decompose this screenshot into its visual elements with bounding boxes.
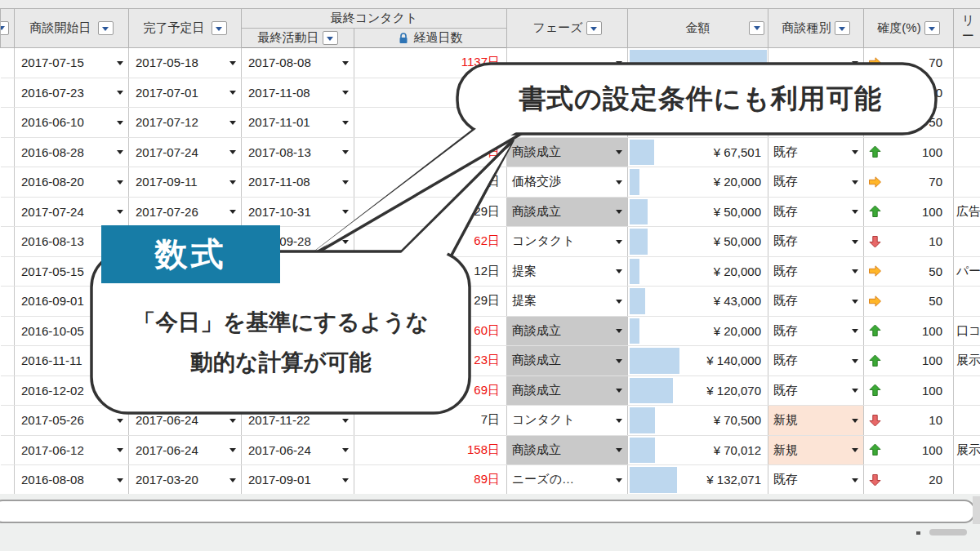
cell-amount[interactable]: ¥ 20,000 <box>628 316 768 346</box>
cell-lead-source[interactable]: 広告 <box>954 197 980 227</box>
cell-phase[interactable]: ニーズの… <box>507 465 628 495</box>
cell-last-activity[interactable]: 2017-11-22 <box>242 406 354 436</box>
cell-due-date[interactable]: 2017-07-26 <box>129 197 242 227</box>
filter-button[interactable] <box>586 21 602 35</box>
dropdown-arrow-icon[interactable] <box>616 419 622 426</box>
cell-deal-type[interactable]: 既存 <box>768 256 864 287</box>
cell-probability[interactable]: 100 <box>864 316 954 346</box>
cell-start-date[interactable]: 2016-06-10 <box>15 108 129 138</box>
cell-amount[interactable]: ¥ 43,000 <box>628 287 768 317</box>
resize-handle[interactable] <box>929 529 967 535</box>
cell-amount[interactable]: ¥ 20,000 <box>628 256 768 287</box>
cell-lead-source[interactable] <box>954 375 980 406</box>
dropdown-arrow-icon[interactable] <box>616 448 622 455</box>
cell-amount[interactable]: ¥ 120,070 <box>628 375 768 406</box>
cell-due-date[interactable]: 2017-07-24 <box>129 137 242 167</box>
vertical-scrollbar-stub[interactable] <box>973 496 980 524</box>
cell-deal-type[interactable]: 既存 <box>768 375 864 406</box>
dropdown-arrow-icon[interactable] <box>342 210 349 217</box>
cell-start-date[interactable]: 2017-06-12 <box>15 435 129 465</box>
dropdown-arrow-icon[interactable] <box>342 240 349 247</box>
cell-probability[interactable]: 10 <box>864 227 954 257</box>
cell-deal-type[interactable]: 新規 <box>768 406 864 436</box>
dropdown-arrow-icon[interactable] <box>616 478 622 486</box>
dropdown-arrow-icon[interactable] <box>852 150 858 158</box>
cell-last-activity[interactable]: 2017-06-24 <box>242 435 354 465</box>
dropdown-arrow-icon[interactable] <box>117 389 123 396</box>
dropdown-arrow-icon[interactable] <box>117 61 123 69</box>
dropdown-arrow-icon[interactable] <box>852 389 858 396</box>
cell-last-activity[interactable]: 2017-08-13 <box>242 137 354 167</box>
cell-deal-type[interactable]: 新規 <box>768 435 864 465</box>
dropdown-arrow-icon[interactable] <box>852 210 858 217</box>
cell-due-date[interactable]: 2017-09-11 <box>129 167 242 198</box>
dropdown-arrow-icon[interactable] <box>852 300 858 307</box>
filter-button[interactable] <box>749 21 764 35</box>
cell-start-date[interactable]: 2016-07-23 <box>15 78 129 108</box>
dropdown-arrow-icon[interactable] <box>342 478 349 486</box>
dropdown-arrow-icon[interactable] <box>342 180 349 188</box>
cell-last-activity[interactable]: 2017-09-01 <box>242 465 354 495</box>
dropdown-arrow-icon[interactable] <box>229 180 236 188</box>
cell-due-date[interactable]: 2017-06-24 <box>129 406 242 436</box>
cell-amount[interactable]: ¥ 132,071 <box>628 465 768 495</box>
dropdown-arrow-icon[interactable] <box>852 269 858 277</box>
dropdown-arrow-icon[interactable] <box>616 300 622 307</box>
cell-phase[interactable]: 商談成立 <box>507 346 628 376</box>
cell-deal-type[interactable]: 既存 <box>768 227 864 257</box>
dropdown-arrow-icon[interactable] <box>229 478 236 486</box>
cell-amount[interactable]: ¥ 67,501 <box>628 137 768 167</box>
dropdown-arrow-icon[interactable] <box>229 419 236 426</box>
dropdown-arrow-icon[interactable] <box>342 389 349 396</box>
cell-deal-type[interactable]: 既存 <box>768 137 864 167</box>
dropdown-arrow-icon[interactable] <box>229 91 236 98</box>
cell-probability[interactable]: 100 <box>864 197 954 227</box>
dropdown-arrow-icon[interactable] <box>117 180 123 188</box>
cell-probability[interactable]: 10 <box>864 406 954 436</box>
dropdown-arrow-icon[interactable] <box>117 91 123 98</box>
dropdown-arrow-icon[interactable] <box>852 448 858 455</box>
dropdown-arrow-icon[interactable] <box>616 329 622 336</box>
cell-probability[interactable]: 100 <box>864 346 954 376</box>
dropdown-arrow-icon[interactable] <box>117 419 123 426</box>
cell-last-activity[interactable]: 2017-08-08 <box>242 48 354 78</box>
dropdown-arrow-icon[interactable] <box>117 121 123 128</box>
cell-lead-source[interactable] <box>954 167 980 198</box>
dropdown-arrow-icon[interactable] <box>342 121 349 128</box>
cell-last-activity[interactable]: 2017-11-01 <box>242 108 354 138</box>
cell-deal-type[interactable]: 既存 <box>768 287 864 317</box>
horizontal-scrollbar[interactable] <box>0 500 975 523</box>
dropdown-arrow-icon[interactable] <box>342 91 349 98</box>
dropdown-arrow-icon[interactable] <box>852 419 858 426</box>
cell-probability[interactable]: 50 <box>864 256 954 287</box>
dropdown-arrow-icon[interactable] <box>342 448 349 455</box>
cell-lead-source[interactable] <box>954 465 980 495</box>
dropdown-arrow-icon[interactable] <box>342 419 349 426</box>
cell-phase[interactable]: 商談成立 <box>507 375 628 406</box>
cell-start-date[interactable]: 2017-07-15 <box>15 48 129 78</box>
dropdown-arrow-icon[interactable] <box>616 359 622 367</box>
filter-button[interactable] <box>212 21 227 35</box>
cell-due-date[interactable]: 2017-03-20 <box>129 465 242 495</box>
cell-phase[interactable]: コンタクト <box>507 227 628 257</box>
cell-due-date[interactable]: 2017-05-18 <box>129 48 242 78</box>
cell-start-date[interactable]: 2016-08-28 <box>15 137 129 167</box>
filter-button[interactable] <box>323 31 338 45</box>
cell-lead-source[interactable] <box>954 287 980 317</box>
dropdown-arrow-icon[interactable] <box>342 150 349 158</box>
cell-lead-source[interactable] <box>954 406 980 436</box>
cell-amount[interactable]: ¥ 70,012 <box>628 435 768 465</box>
cell-phase[interactable]: 商談成立 <box>507 197 628 227</box>
cell-amount[interactable]: ¥ 70,500 <box>628 406 768 436</box>
dropdown-arrow-icon[interactable] <box>117 210 123 217</box>
cell-due-date[interactable]: 2017-07-12 <box>129 108 242 138</box>
cell-phase[interactable]: 提案 <box>507 287 628 317</box>
cell-amount[interactable]: ¥ 20,000 <box>628 167 768 198</box>
cell-lead-source[interactable] <box>954 227 980 257</box>
cell-start-date[interactable]: 2017-07-24 <box>15 197 129 227</box>
dropdown-arrow-icon[interactable] <box>616 269 622 277</box>
cell-lead-source[interactable] <box>954 78 980 108</box>
dropdown-arrow-icon[interactable] <box>117 150 123 158</box>
dropdown-arrow-icon[interactable] <box>852 359 858 367</box>
cell-amount[interactable]: ¥ 140,000 <box>628 346 768 376</box>
